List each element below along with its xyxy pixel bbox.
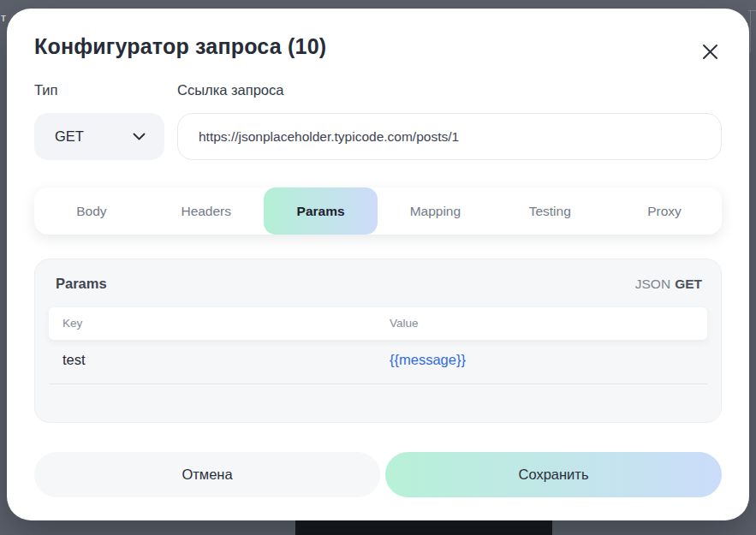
- format-label: JSON: [635, 276, 670, 291]
- param-key-cell[interactable]: test: [63, 352, 86, 368]
- url-label: Ссылка запроса: [177, 82, 283, 98]
- tab-mapping[interactable]: Mapping: [378, 187, 492, 235]
- close-icon: [702, 44, 718, 60]
- tab-testing[interactable]: Testing: [492, 187, 607, 235]
- tab-body[interactable]: Body: [34, 187, 149, 235]
- save-button[interactable]: Сохранить: [385, 452, 722, 497]
- method-select-value: GET: [55, 128, 84, 145]
- url-input[interactable]: [177, 113, 722, 160]
- tab-headers[interactable]: Headers: [149, 187, 264, 235]
- params-panel-title: Params: [56, 276, 107, 292]
- background-text-fragment: т: [1, 11, 6, 24]
- chevron-down-icon: [133, 133, 146, 140]
- column-header-value: Value: [390, 317, 419, 330]
- type-label: Тип: [34, 82, 58, 98]
- table-header: Key Value: [49, 307, 707, 340]
- row-divider: [49, 383, 707, 384]
- params-panel-meta: JSONGET: [635, 276, 702, 292]
- close-button[interactable]: [696, 38, 723, 65]
- cancel-button[interactable]: Отмена: [34, 452, 380, 497]
- tab-bar: Body Headers Params Mapping Testing Prox…: [34, 187, 722, 235]
- table-row: test {{message}}: [49, 340, 707, 383]
- background-grid-line-horizontal: [748, 10, 756, 11]
- tab-params[interactable]: Params: [264, 187, 378, 235]
- param-value-cell[interactable]: {{message}}: [390, 352, 466, 368]
- method-label: GET: [675, 276, 702, 291]
- background-band: [295, 520, 552, 535]
- tab-proxy[interactable]: Proxy: [607, 187, 722, 235]
- background-grid-line-vertical: [750, 10, 751, 53]
- modal-title: Конфигуратор запроса (10): [34, 34, 326, 59]
- request-configurator-modal: Конфигуратор запроса (10) Тип Ссылка зап…: [7, 9, 749, 520]
- params-panel: Params JSONGET Key Value test {{message}…: [34, 259, 722, 423]
- column-header-key: Key: [63, 317, 82, 330]
- method-select[interactable]: GET: [34, 113, 164, 160]
